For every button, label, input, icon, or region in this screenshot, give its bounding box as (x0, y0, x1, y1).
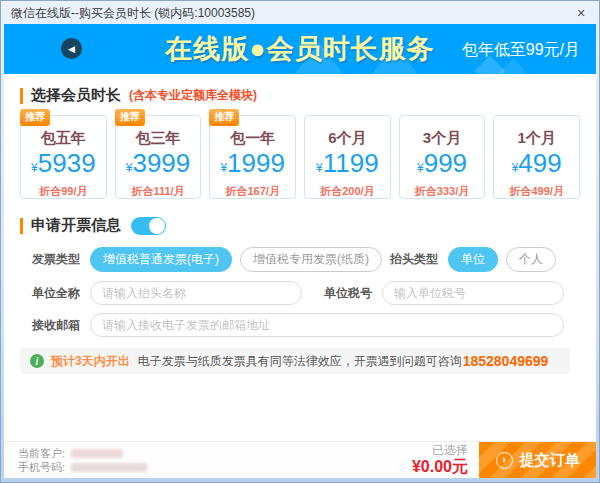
currency-symbol: ¥ (31, 161, 38, 175)
company-name-label: 单位全称 (32, 285, 80, 302)
selected-amount-group: 已选择 ¥0.00元 (412, 444, 468, 476)
currency-symbol: ¥ (417, 161, 424, 175)
plan-price: ¥1199 (305, 149, 390, 182)
title-type-group: 抬头类型 单位 个人 (390, 247, 564, 272)
selected-label: 已选择 (412, 444, 468, 458)
client-area: ◀ 在线版●会员时长服务 包年低至99元/月 选择会员时长 (含本专业定额库全模… (4, 24, 596, 478)
currency-symbol: ¥ (316, 161, 323, 175)
customer-label: 当前客户: (18, 446, 65, 460)
invoice-type-label: 发票类型 (32, 251, 80, 268)
plan-card-1month[interactable]: 1个月 ¥499 折合499/月 (493, 115, 580, 199)
plans-section-note: (含本专业定额库全模块) (129, 87, 257, 104)
window-title: 微信在线版--购买会员时长 (锁内码:10003585) (11, 5, 573, 22)
banner-subtitle: 包年低至99元/月 (462, 40, 580, 61)
plan-card-list: 推荐 包五年 ¥5939 折合99/月 推荐 包三年 ¥3999 折合111/月… (20, 115, 580, 199)
email-label: 接收邮箱 (32, 317, 80, 334)
tax-id-label: 单位税号 (324, 285, 372, 302)
price-number: 1199 (323, 148, 379, 178)
plan-monthly-rate: 折合499/月 (494, 184, 579, 199)
plan-name: 3个月 (400, 129, 485, 148)
invoice-type-option-paper[interactable]: 增值税专用发票(纸质) (240, 247, 382, 272)
redacted-phone-number (71, 463, 147, 472)
phone-line: 手机号码: (18, 460, 147, 474)
plan-name: 包五年 (21, 129, 106, 148)
section-accent-bar (20, 218, 23, 234)
price-number: 3999 (132, 148, 190, 178)
info-icon: i (30, 354, 44, 368)
invoice-toggle[interactable] (131, 217, 166, 235)
notice-highlight: 预计3天内开出 (51, 353, 130, 370)
plan-name: 1个月 (494, 129, 579, 148)
title-type-option-personal[interactable]: 个人 (506, 247, 556, 272)
price-number: 999 (424, 148, 467, 178)
invoice-type-option-electronic[interactable]: 增值税普通发票(电子) (90, 247, 232, 272)
plan-price: ¥999 (400, 149, 485, 182)
company-name-input[interactable] (90, 281, 302, 305)
notice-phone: 18528049699 (463, 353, 549, 369)
plan-card-1year[interactable]: 推荐 包一年 ¥1999 折合167/月 (209, 115, 296, 199)
title-type-label: 抬头类型 (390, 251, 438, 268)
title-type-option-company[interactable]: 单位 (448, 247, 498, 272)
toggle-knob (149, 218, 165, 234)
plan-monthly-rate: 折合99/月 (21, 184, 106, 199)
price-number: 1999 (227, 148, 285, 178)
title-bar: 微信在线版--购买会员时长 (锁内码:10003585) ✕ (1, 1, 599, 24)
plan-card-3month[interactable]: 3个月 ¥999 折合333/月 (399, 115, 486, 199)
plan-monthly-rate: 折合333/月 (400, 184, 485, 199)
plan-name: 6个月 (305, 129, 390, 148)
submit-order-button[interactable]: › 提交订单 (479, 442, 596, 478)
invoice-section-header: 申请开票信息 (20, 216, 580, 235)
email-row: 接收邮箱 (32, 313, 564, 337)
recommend-badge: 推荐 (115, 109, 145, 126)
header-banner: ◀ 在线版●会员时长服务 包年低至99元/月 (4, 24, 596, 74)
plan-monthly-rate: 折合111/月 (116, 184, 201, 199)
plan-price: ¥499 (494, 149, 579, 182)
plan-card-5year[interactable]: 推荐 包五年 ¥5939 折合99/月 (20, 115, 107, 199)
close-icon[interactable]: ✕ (573, 7, 589, 21)
price-number: 499 (518, 148, 561, 178)
submit-label: 提交订单 (520, 451, 580, 470)
customer-info: 当前客户: 手机号码: (18, 446, 147, 474)
dialog-window: 微信在线版--购买会员时长 (锁内码:10003585) ✕ ◀ 在线版●会员时… (0, 0, 600, 483)
invoice-notice-bar: i 预计3天内开出 电子发票与纸质发票具有同等法律效应，开票遇到问题可咨询 18… (20, 348, 570, 374)
plan-monthly-rate: 折合167/月 (210, 184, 295, 199)
plan-card-6month[interactable]: 6个月 ¥1199 折合200/月 (304, 115, 391, 199)
selected-amount: ¥0.00元 (412, 458, 468, 476)
email-input[interactable] (90, 313, 564, 337)
recommend-badge: 推荐 (209, 109, 239, 126)
plan-monthly-rate: 折合200/月 (305, 184, 390, 199)
plans-section-header: 选择会员时长 (含本专业定额库全模块) (20, 86, 580, 105)
price-number: 5939 (38, 148, 96, 178)
plans-section-title: 选择会员时长 (31, 86, 121, 105)
plan-name: 包三年 (116, 129, 201, 148)
redacted-customer-name (71, 449, 123, 458)
plan-price: ¥5939 (21, 149, 106, 182)
submit-arrow-icon: › (496, 452, 513, 469)
plan-price: ¥1999 (210, 149, 295, 182)
recommend-badge: 推荐 (20, 109, 50, 126)
invoice-type-row: 发票类型 增值税普通发票(电子) 增值税专用发票(纸质) 抬头类型 单位 个人 (32, 247, 564, 272)
customer-line: 当前客户: (18, 446, 147, 460)
plan-name: 包一年 (210, 129, 295, 148)
company-row: 单位全称 单位税号 (32, 281, 564, 305)
section-accent-bar (20, 88, 23, 104)
phone-label: 手机号码: (18, 460, 65, 474)
footer-bar: 当前客户: 手机号码: 已选择 ¥0.00元 › 提交订单 (4, 441, 596, 478)
notice-text: 电子发票与纸质发票具有同等法律效应，开票遇到问题可咨询 (138, 353, 462, 370)
tax-id-input[interactable] (382, 281, 564, 305)
invoice-section-title: 申请开票信息 (31, 216, 121, 235)
plan-price: ¥3999 (116, 149, 201, 182)
plan-card-3year[interactable]: 推荐 包三年 ¥3999 折合111/月 (115, 115, 202, 199)
